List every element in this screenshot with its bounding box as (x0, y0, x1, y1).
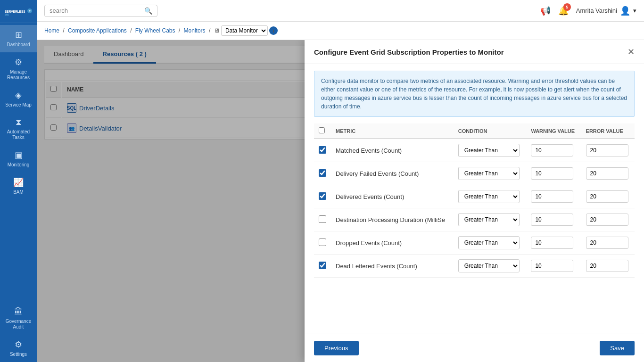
modal-footer: Previous Save (305, 334, 644, 362)
info-icon[interactable]: i (269, 26, 278, 35)
sidebar-item-manage-resources[interactable]: ⚙ Manage Resources (0, 52, 37, 85)
content-area: Home / Composite Applications / Fly Whee… (37, 22, 644, 362)
metric-0-condition-select[interactable]: Greater ThanLess ThanEqual ToNot Equal T… (458, 144, 520, 157)
metric-0-name: Matched Events (Count) (331, 139, 454, 162)
metric-3-warning-input[interactable] (531, 214, 573, 226)
sidebar-item-dashboard[interactable]: ⊞ Dashboard (0, 25, 37, 52)
metric-1-checkbox-cell (314, 162, 331, 185)
metrics-header-metric: METRIC (331, 123, 454, 139)
metric-5-error-input[interactable] (586, 260, 628, 272)
metric-4-condition-cell: Greater ThanLess ThanEqual ToNot Equal T… (454, 231, 527, 255)
metric-4-error-input[interactable] (586, 237, 628, 249)
manage-resources-icon: ⚙ (15, 57, 22, 67)
metrics-row: Matched Events (Count)Greater ThanLess T… (314, 139, 635, 162)
metric-4-checkbox[interactable] (319, 239, 326, 246)
metric-1-checkbox[interactable] (319, 169, 326, 177)
metric-5-warning-input[interactable] (531, 260, 573, 272)
notification-bell[interactable]: 🔔 5 (558, 6, 569, 16)
sidebar-item-automated-tasks[interactable]: ⧗ Automated Tasks (0, 113, 37, 145)
user-dropdown-icon: ▾ (633, 7, 636, 14)
metric-2-checkbox-cell (314, 185, 331, 208)
metric-5-checkbox-cell (314, 255, 331, 278)
sidebar-label-governance: Governance Audit (2, 319, 35, 330)
metrics-table: METRIC CONDITION WARNING VALUE ERROR VAL… (314, 123, 635, 278)
metric-3-name: Destination Processing Duration (MilliSe (331, 208, 454, 231)
announcement-icon[interactable]: 📢 (540, 6, 551, 16)
modal-title: Configure Event Grid Subscription Proper… (314, 48, 504, 56)
metric-0-checkbox[interactable] (319, 146, 326, 154)
sidebar-item-settings[interactable]: ⚙ Settings (0, 335, 37, 362)
metric-5-condition-select[interactable]: Greater ThanLess ThanEqual ToNot Equal T… (458, 259, 520, 272)
metrics-select-all[interactable] (319, 127, 325, 133)
metric-3-checkbox-cell (314, 208, 331, 231)
main-area: 🔍 📢 🔔 5 Amrita Varshini 👤 ▾ Home / Compo… (37, 0, 644, 362)
metric-5-error-cell (581, 255, 635, 278)
metric-4-name: Dropped Events (Count) (331, 231, 454, 255)
breadcrumb-flywheel[interactable]: Fly Wheel Cabs (135, 27, 175, 34)
metric-5-checkbox[interactable] (319, 262, 326, 269)
app-logo[interactable]: SERVERLESS 360 (0, 0, 37, 23)
metric-3-checkbox[interactable] (319, 215, 326, 223)
modal-header: Configure Event Grid Subscription Proper… (305, 40, 644, 64)
metric-3-error-cell (581, 208, 635, 231)
topbar: 🔍 📢 🔔 5 Amrita Varshini 👤 ▾ (37, 0, 644, 22)
search-input[interactable] (50, 7, 144, 14)
metric-1-warning-input[interactable] (531, 167, 573, 180)
metric-2-checkbox[interactable] (319, 192, 326, 200)
metrics-row: Dropped Events (Count)Greater ThanLess T… (314, 231, 635, 255)
metric-5-warning-cell (526, 255, 581, 278)
modal-info-text: Configure data monitor to compare two me… (314, 71, 635, 117)
breadcrumb-monitor-area: Data Monitor (221, 25, 268, 36)
breadcrumb-monitor-icon: 🖥 (214, 27, 220, 34)
sidebar-item-service-map[interactable]: ◈ Service Map (0, 85, 37, 113)
save-button[interactable]: Save (600, 341, 635, 355)
metric-3-error-input[interactable] (586, 214, 628, 226)
sidebar-label-service-map: Service Map (5, 102, 32, 108)
page-content: Dashboard Resources ( 2 ) ▼ (37, 40, 644, 362)
metric-2-name: Delivered Events (Count) (331, 185, 454, 208)
metric-2-warning-cell (526, 185, 581, 208)
previous-button[interactable]: Previous (314, 341, 359, 355)
settings-icon: ⚙ (15, 339, 22, 350)
notification-count: 5 (563, 3, 571, 11)
search-box[interactable]: 🔍 (44, 5, 157, 17)
metric-4-warning-cell (526, 231, 581, 255)
metrics-row: Delivered Events (Count)Greater ThanLess… (314, 185, 635, 208)
metric-3-condition-select[interactable]: Greater ThanLess ThanEqual ToNot Equal T… (458, 213, 520, 226)
metrics-row: Destination Processing Duration (MilliSe… (314, 208, 635, 231)
metric-2-warning-input[interactable] (531, 190, 573, 203)
breadcrumb-sep-1: / (63, 27, 64, 34)
metric-2-error-input[interactable] (586, 190, 628, 203)
metric-2-condition-select[interactable]: Greater ThanLess ThanEqual ToNot Equal T… (458, 190, 520, 203)
metric-4-condition-select[interactable]: Greater ThanLess ThanEqual ToNot Equal T… (458, 236, 520, 249)
modal-close-button[interactable]: ✕ (627, 47, 635, 57)
metric-1-error-input[interactable] (586, 167, 628, 180)
sidebar-item-bam[interactable]: 📈 BAM (0, 173, 37, 200)
breadcrumb-home[interactable]: Home (44, 27, 59, 34)
metrics-row: Dead Lettered Events (Count)Greater Than… (314, 255, 635, 278)
metric-1-name: Delivery Failed Events (Count) (331, 162, 454, 185)
metric-5-name: Dead Lettered Events (Count) (331, 255, 454, 278)
search-icon: 🔍 (144, 7, 152, 15)
metric-0-error-cell (581, 139, 635, 162)
metric-1-condition-cell: Greater ThanLess ThanEqual ToNot Equal T… (454, 162, 527, 185)
metric-1-condition-select[interactable]: Greater ThanLess ThanEqual ToNot Equal T… (458, 167, 520, 180)
sidebar-label-manage-resources: Manage Resources (2, 69, 35, 81)
dashboard-icon: ⊞ (15, 30, 22, 40)
metric-4-warning-input[interactable] (531, 237, 573, 249)
breadcrumb-composite[interactable]: Composite Applications (68, 27, 127, 34)
modal-panel: Configure Event Grid Subscription Proper… (305, 40, 644, 362)
metric-0-warning-cell (526, 139, 581, 162)
metric-0-checkbox-cell (314, 139, 331, 162)
metric-0-warning-input[interactable] (531, 144, 573, 156)
metric-0-error-input[interactable] (586, 144, 628, 156)
sidebar-item-monitoring[interactable]: ▣ Monitoring (0, 145, 37, 173)
user-info[interactable]: Amrita Varshini 👤 ▾ (576, 6, 636, 16)
breadcrumb-monitors[interactable]: Monitors (184, 27, 206, 34)
sidebar: SERVERLESS 360 ⊞ Dashboard ⚙ Manage Reso… (0, 0, 37, 362)
metrics-row: Delivery Failed Events (Count)Greater Th… (314, 162, 635, 185)
sidebar-item-governance-audit[interactable]: 🏛 Governance Audit (0, 302, 37, 335)
sidebar-label-bam: BAM (13, 189, 24, 195)
data-monitor-select[interactable]: Data Monitor (221, 25, 268, 36)
topbar-right: 📢 🔔 5 Amrita Varshini 👤 ▾ (540, 6, 636, 16)
